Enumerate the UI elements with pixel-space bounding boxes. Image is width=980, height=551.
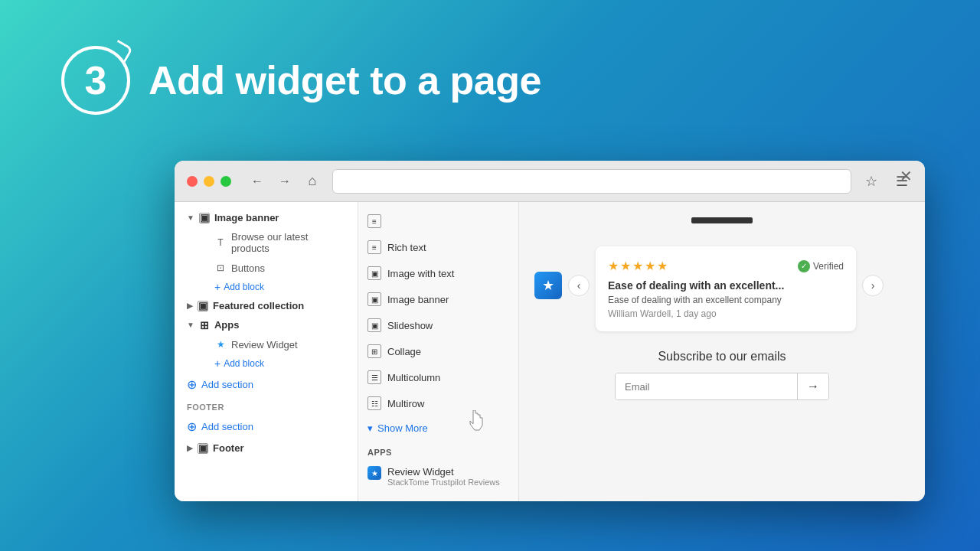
apps-item-subtitle: StackTome Trustpilot Reviews bbox=[387, 478, 500, 487]
add-section-button-2[interactable]: ⊕ Add section bbox=[175, 415, 358, 439]
sidebar-item-buttons[interactable]: ⊡ Buttons bbox=[175, 258, 358, 278]
panel-item-slideshow[interactable]: ▣ Slideshow bbox=[358, 312, 518, 338]
traffic-light-green[interactable] bbox=[220, 176, 231, 187]
sidebar-item-label: Featured collection bbox=[213, 300, 304, 311]
review-author: William Wardell, 1 day ago bbox=[608, 308, 844, 319]
panel-item-collage[interactable]: ⊞ Collage bbox=[358, 338, 518, 364]
add-block-label: Add block bbox=[224, 358, 264, 369]
multirow-icon: ☷ bbox=[368, 396, 381, 410]
main-content-area: ★ ‹ ★ ★ ★ ★ ★ ✓ Verified bbox=[519, 202, 925, 501]
apps-section-label: APPS bbox=[358, 440, 518, 460]
rich-text-icon: ≡ bbox=[368, 240, 381, 254]
panel-item-label: Image with text bbox=[387, 268, 454, 279]
sidebar-item-browse-products[interactable]: T Browse our latest products bbox=[175, 227, 358, 258]
panel-item-image-with-text[interactable]: ▣ Image with text bbox=[358, 260, 518, 286]
page-title: Add widget to a page bbox=[149, 57, 541, 103]
verified-text: Verified bbox=[813, 261, 844, 272]
star-2: ★ bbox=[620, 259, 631, 273]
carousel-prev-button[interactable]: ‹ bbox=[568, 275, 590, 296]
address-bar[interactable] bbox=[332, 169, 851, 194]
subscribe-section: Subscribe to our emails → bbox=[534, 350, 910, 400]
sidebar-item-apps[interactable]: ▼ ⊞ Apps bbox=[175, 315, 358, 334]
sidebar-item-review-widget[interactable]: ★ Review Widget bbox=[175, 334, 358, 354]
panel-item-label: Multicolumn bbox=[387, 372, 440, 383]
sidebar-item-label: Buttons bbox=[231, 262, 265, 274]
carousel-next-button[interactable]: › bbox=[862, 275, 884, 296]
bookmark-button[interactable]: ☆ bbox=[861, 171, 882, 192]
image-with-text-icon: ▣ bbox=[368, 266, 381, 280]
browser-window: ← → ⌂ ☆ ☰ ✕ ▼ ▣ Image banner T Browse ou… bbox=[175, 161, 925, 501]
review-title: Ease of dealing with an excellent... bbox=[608, 279, 844, 292]
panel-item-label: Slideshow bbox=[387, 320, 433, 331]
footer-icon: ▣ bbox=[198, 443, 208, 454]
panel-item-label: Image banner bbox=[387, 294, 449, 305]
traffic-light-yellow[interactable] bbox=[204, 176, 214, 187]
left-sidebar: ▼ ▣ Image banner T Browse our latest pro… bbox=[175, 202, 358, 501]
slideshow-icon: ▣ bbox=[368, 318, 381, 332]
verified-badge: ✓ Verified bbox=[798, 260, 844, 272]
chevron-down-icon: ▼ bbox=[187, 321, 194, 329]
apps-icon: ⊞ bbox=[199, 320, 210, 331]
browser-content: ▼ ▣ Image banner T Browse our latest pro… bbox=[175, 202, 925, 501]
review-body: Ease of dealing with an excellent compan… bbox=[608, 295, 844, 305]
panel-item-multicolumn[interactable]: ☰ Multicolumn bbox=[358, 364, 518, 390]
add-section-label: Add section bbox=[201, 379, 253, 390]
partial-icon: ≡ bbox=[368, 214, 381, 228]
subscribe-submit-button[interactable]: → bbox=[797, 373, 828, 399]
sidebar-item-image-banner[interactable]: ▼ ▣ Image banner bbox=[175, 208, 358, 227]
home-button[interactable]: ⌂ bbox=[302, 171, 323, 192]
review-card: ★ ★ ★ ★ ★ ✓ Verified Ease of dealing wit… bbox=[596, 246, 856, 331]
chevron-right-icon: ▶ bbox=[187, 444, 193, 452]
star-5: ★ bbox=[657, 259, 668, 273]
panel-item-partial[interactable]: ≡ bbox=[358, 208, 518, 234]
footer-label: FOOTER bbox=[175, 396, 358, 415]
panel-item-label: Rich text bbox=[387, 242, 426, 253]
back-button[interactable]: ← bbox=[247, 171, 268, 192]
review-widget-apps-icon: ★ bbox=[368, 466, 381, 480]
sidebar-item-label: Footer bbox=[213, 442, 243, 454]
forward-button[interactable]: → bbox=[274, 171, 296, 192]
plus-icon: + bbox=[214, 281, 220, 293]
sidebar-item-label: Review Widget bbox=[231, 339, 298, 350]
panel-item-label: Multirow bbox=[387, 398, 424, 409]
subscribe-form: → bbox=[615, 373, 829, 400]
star-1: ★ bbox=[608, 259, 619, 273]
sidebar-item-label: Image banner bbox=[214, 212, 279, 223]
add-block-button-1[interactable]: + Add block bbox=[175, 278, 358, 296]
add-block-button-2[interactable]: + Add block bbox=[175, 354, 358, 373]
collage-icon: ⊞ bbox=[368, 344, 381, 358]
traffic-lights bbox=[187, 176, 231, 187]
panel-item-multirow[interactable]: ☷ Multirow bbox=[358, 390, 518, 416]
featured-collection-icon: ▣ bbox=[198, 301, 208, 311]
add-section-label: Add section bbox=[201, 421, 253, 432]
subscribe-title: Subscribe to our emails bbox=[534, 350, 910, 364]
star-4: ★ bbox=[645, 259, 655, 273]
button-icon: ⊡ bbox=[214, 262, 227, 274]
add-block-label: Add block bbox=[224, 282, 264, 292]
apps-item-text: Review Widget StackTome Trustpilot Revie… bbox=[387, 466, 500, 487]
chevron-down-icon: ▼ bbox=[187, 214, 194, 222]
email-input[interactable] bbox=[616, 373, 797, 399]
verified-icon: ✓ bbox=[798, 260, 810, 272]
image-banner-icon: ▣ bbox=[199, 213, 210, 223]
chevron-right-icon: ▶ bbox=[187, 302, 193, 310]
top-decoration-bar bbox=[691, 217, 753, 223]
text-icon: T bbox=[214, 236, 227, 249]
step-number: 3 bbox=[85, 57, 107, 103]
panel-item-rich-text[interactable]: ≡ Rich text bbox=[358, 234, 518, 260]
sidebar-item-footer[interactable]: ▶ ▣ Footer bbox=[175, 439, 358, 458]
close-button[interactable]: ✕ bbox=[900, 167, 913, 185]
apps-item-title: Review Widget bbox=[387, 466, 500, 478]
header-area: 3 Add widget to a page bbox=[61, 46, 541, 115]
traffic-light-red[interactable] bbox=[187, 176, 198, 187]
star-3: ★ bbox=[632, 259, 643, 273]
panel-item-image-banner[interactable]: ▣ Image banner bbox=[358, 286, 518, 312]
star-rating: ★ ★ ★ ★ ★ bbox=[608, 259, 668, 273]
nav-buttons: ← → ⌂ bbox=[247, 171, 323, 192]
add-section-button-1[interactable]: ⊕ Add section bbox=[175, 373, 358, 396]
plus-icon: + bbox=[214, 357, 220, 370]
sidebar-item-featured-collection[interactable]: ▶ ▣ Featured collection bbox=[175, 296, 358, 315]
apps-item-review-widget[interactable]: ★ Review Widget StackTome Trustpilot Rev… bbox=[358, 460, 518, 493]
show-more-button[interactable]: ▾ Show More bbox=[358, 416, 518, 440]
multicolumn-icon: ☰ bbox=[368, 370, 381, 384]
